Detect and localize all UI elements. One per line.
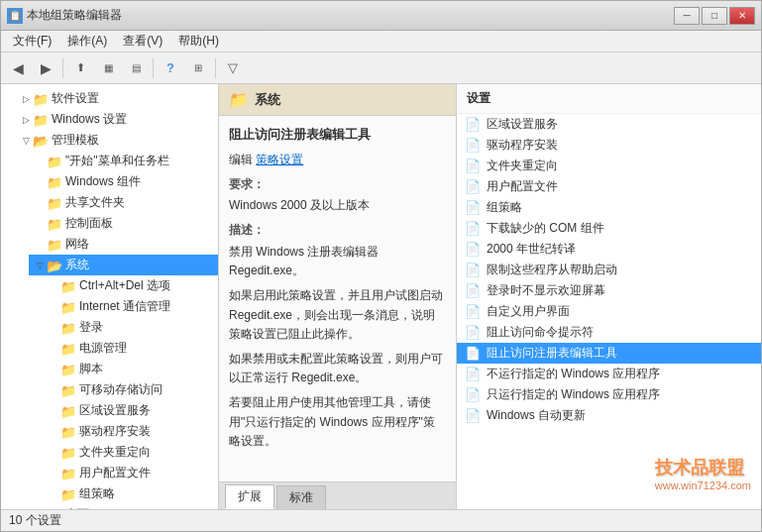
edit-link[interactable]: 策略设置: [256, 153, 303, 166]
tree-item-wincomp[interactable]: ▷ 📁 Windows 组件: [29, 171, 218, 192]
edit-label: 编辑: [229, 153, 253, 166]
minimize-button[interactable]: ─: [674, 7, 700, 25]
folder-icon-regional: 📁: [60, 404, 76, 418]
right-item-icon-5: 📄: [465, 221, 481, 237]
right-item-6[interactable]: 📄 2000 年世纪转译: [457, 239, 761, 260]
toolbar-up[interactable]: ⬆: [67, 56, 93, 80]
title-controls: ─ □ ✕: [674, 7, 755, 25]
tree-label-userprofile: 用户配置文件: [79, 465, 151, 481]
require-value: Windows 2000 及以上版本: [229, 197, 446, 214]
menu-action[interactable]: 操作(A): [59, 31, 115, 52]
folder-icon-windows: 📁: [33, 113, 49, 127]
title-bar: 📋 本地组策略编辑器 ─ □ ✕: [1, 1, 761, 31]
right-item-icon-4: 📄: [465, 200, 481, 216]
right-item-icon-14: 📄: [465, 408, 481, 424]
tree-arrow-system: ▽: [33, 259, 47, 272]
tree-label-start: "开始"菜单和任务栏: [65, 153, 169, 169]
right-item-12[interactable]: 📄 不运行指定的 Windows 应用程序: [457, 364, 761, 384]
right-item-10[interactable]: 📄 阻止访问命令提示符: [457, 322, 761, 343]
toolbar-view3[interactable]: ⊞: [185, 56, 211, 80]
tree-item-system[interactable]: ▽ 📂 系统: [29, 255, 218, 275]
toolbar: ◀ ▶ ⬆ ▦ ▤ ? ⊞ ▽: [1, 53, 761, 84]
right-item-label-2: 文件夹重定向: [487, 158, 558, 174]
menu-file[interactable]: 文件(F): [5, 31, 59, 52]
tree-item-removable[interactable]: ▷ 📁 可移动存储访问: [43, 379, 218, 400]
right-item-icon-11: 📄: [465, 346, 481, 362]
tree-label-shared: 共享文件夹: [65, 194, 125, 211]
right-item-11[interactable]: 📄 阻止访问注册表编辑工具: [457, 343, 761, 364]
toolbar-separator-1: [62, 58, 63, 78]
right-item-label-0: 区域设置服务: [487, 116, 558, 133]
tree-label-software: 软件设置: [52, 90, 99, 107]
tree-item-power[interactable]: ▷ 📁 电源管理: [43, 338, 218, 359]
tree-item-scripts[interactable]: ▷ 📁 脚本: [43, 359, 218, 379]
right-item-icon-3: 📄: [465, 179, 481, 195]
toolbar-forward[interactable]: ▶: [33, 56, 58, 80]
middle-content: 阻止访问注册表编辑工具 编辑 策略设置 要求： Windows 2000 及以上…: [219, 116, 456, 481]
close-button[interactable]: ✕: [729, 7, 755, 25]
tree-arrow-windows: ▷: [19, 113, 33, 127]
tab-standard[interactable]: 标准: [276, 485, 326, 509]
tree-item-software[interactable]: ▷ 📁 软件设置: [15, 88, 218, 109]
right-item-icon-6: 📄: [465, 242, 481, 258]
folder-icon-network: 📁: [47, 238, 62, 252]
right-item-icon-0: 📄: [465, 117, 481, 133]
toolbar-help[interactable]: ?: [158, 56, 183, 80]
right-item-7[interactable]: 📄 限制这些程序从帮助启动: [457, 260, 761, 280]
panel-tabs: 扩展 标准: [219, 481, 456, 509]
tree-item-regional[interactable]: ▷ 📁 区域设置服务: [43, 400, 218, 421]
right-item-label-11: 阻止访问注册表编辑工具: [487, 345, 617, 362]
right-item-4[interactable]: 📄 组策略: [457, 197, 761, 218]
folder-icon-userprofile: 📁: [60, 467, 76, 480]
right-item-5[interactable]: 📄 下载缺少的 COM 组件: [457, 218, 761, 239]
panel-header: 📁 系统: [219, 84, 456, 116]
panel-header-title: 系统: [255, 91, 280, 109]
right-item-3[interactable]: 📄 用户配置文件: [457, 176, 761, 197]
tree-label-driver: 驱动程序安装: [79, 423, 151, 440]
tree-item-admin[interactable]: ▽ 📂 管理模板: [15, 130, 218, 151]
folder-icon-system: 📂: [47, 259, 62, 272]
right-item-2[interactable]: 📄 文件夹重定向: [457, 156, 761, 176]
toolbar-view2[interactable]: ▤: [123, 56, 149, 80]
tree-item-driver[interactable]: ▷ 📁 驱动程序安装: [43, 421, 218, 442]
tab-expand[interactable]: 扩展: [225, 484, 274, 509]
right-item-9[interactable]: 📄 自定义用户界面: [457, 301, 761, 322]
tree-item-folder[interactable]: ▷ 📁 文件夹重定向: [43, 442, 218, 463]
tree-item-userprofile[interactable]: ▷ 📁 用户配置文件: [43, 463, 218, 483]
menu-view[interactable]: 查看(V): [115, 31, 170, 52]
maximize-button[interactable]: □: [702, 7, 727, 25]
right-item-14[interactable]: 📄 Windows 自动更新: [457, 405, 761, 426]
tree-label-removable: 可移动存储访问: [79, 381, 163, 398]
toolbar-view1[interactable]: ▦: [95, 56, 121, 80]
tree-item-cad[interactable]: ▷ 📁 Ctrl+Alt+Del 选项: [43, 275, 218, 296]
toolbar-filter[interactable]: ▽: [220, 56, 246, 80]
right-item-0[interactable]: 📄 区域设置服务: [457, 114, 761, 135]
require-label: 要求：: [229, 176, 446, 193]
right-item-label-10: 阻止访问命令提示符: [487, 324, 594, 341]
folder-icon-login: 📁: [60, 321, 76, 335]
right-item-8[interactable]: 📄 登录时不显示欢迎屏幕: [457, 280, 761, 301]
tree-label-windows: Windows 设置: [52, 111, 127, 128]
tree-item-shared[interactable]: ▷ 📁 共享文件夹: [29, 192, 218, 213]
folder-icon-shared: 📁: [47, 196, 62, 210]
policy-title: 阻止访问注册表编辑工具: [229, 126, 446, 144]
tree-item-control[interactable]: ▷ 📁 控制面板: [29, 213, 218, 234]
folder-icon-control: 📁: [47, 217, 62, 231]
tree-item-network[interactable]: ▷ 📁 网络: [29, 234, 218, 255]
right-item-13[interactable]: 📄 只运行指定的 Windows 应用程序: [457, 384, 761, 405]
tree-item-login[interactable]: ▷ 📁 登录: [43, 317, 218, 338]
tree-panel: ▷ 📁 软件设置 ▷ 📁 Windows 设置 ▽ 📂 管理模板 ▷ 📁 "开始…: [1, 84, 219, 509]
folder-icon-internet: 📁: [60, 300, 76, 314]
tree-item-internet[interactable]: ▷ 📁 Internet 通信管理: [43, 296, 218, 317]
folder-icon-cad: 📁: [60, 279, 76, 293]
tree-label-grouppolicy: 组策略: [79, 485, 115, 502]
window-title: 本地组策略编辑器: [27, 7, 122, 24]
tree-label-wincomp: Windows 组件: [65, 173, 141, 190]
tree-item-start[interactable]: ▷ 📁 "开始"菜单和任务栏: [29, 151, 218, 171]
right-item-1[interactable]: 📄 驱动程序安装: [457, 135, 761, 156]
menu-help[interactable]: 帮助(H): [170, 31, 227, 52]
tree-item-grouppolicy[interactable]: ▷ 📁 组策略: [43, 483, 218, 504]
tree-item-windows[interactable]: ▷ 📁 Windows 设置: [15, 109, 218, 130]
toolbar-back[interactable]: ◀: [5, 56, 31, 80]
tree-label-internet: Internet 通信管理: [79, 298, 170, 315]
